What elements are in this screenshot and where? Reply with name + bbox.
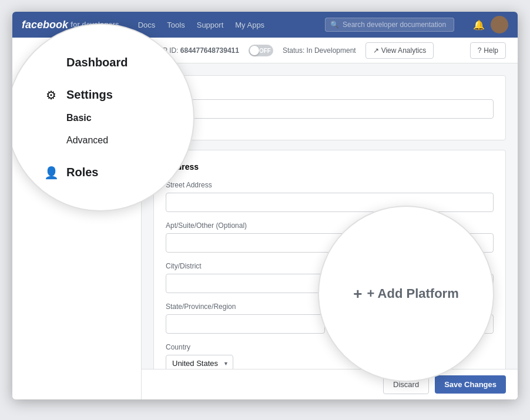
- facebook-logo-text: facebook: [22, 19, 68, 31]
- circle-menu-items: Dashboard ⚙ Settings Basic Advanced 👤 Ro…: [43, 46, 193, 189]
- address-section-title: Address: [166, 162, 494, 172]
- circle-overlay-right[interactable]: + + Add Platform: [318, 206, 494, 382]
- circle-roles-label: Roles: [66, 166, 98, 179]
- footer-bar: Discard Save Changes: [142, 369, 518, 399]
- circle-dashboard-label: Dashboard: [66, 56, 128, 69]
- circle-sub-advanced[interactable]: Advanced: [43, 129, 193, 152]
- toggle-switch[interactable]: OFF: [249, 45, 273, 56]
- circle-overlay-left: Dashboard ⚙ Settings Basic Advanced 👤 Ro…: [12, 23, 194, 211]
- circle-add-platform-button[interactable]: + + Add Platform: [353, 285, 458, 303]
- state-group: State/Province/Region: [166, 303, 325, 334]
- circle-sub-basic[interactable]: Basic: [43, 107, 193, 129]
- bell-icon[interactable]: 🔔: [473, 19, 485, 31]
- search-box[interactable]: 🔍: [325, 18, 454, 32]
- docs-link[interactable]: Docs: [138, 21, 156, 29]
- email-label: Email: [166, 88, 494, 96]
- app-id-value: 684477648739411: [180, 46, 239, 55]
- form-section-contact: Email: [153, 75, 506, 140]
- topnav-links: Docs Tools Support My Apps: [138, 21, 264, 29]
- street-label: Street Address: [166, 181, 494, 189]
- search-icon: 🔍: [330, 21, 339, 29]
- street-group: Street Address: [166, 181, 494, 212]
- user-avatar[interactable]: [491, 16, 508, 33]
- screenshot-frame: facebook for developers Docs Tools Suppo…: [12, 12, 518, 399]
- state-label: State/Province/Region: [166, 303, 325, 311]
- circle-sub-items: Basic Advanced: [43, 107, 193, 152]
- topnav-icons: 🔔: [473, 16, 508, 33]
- email-group: Email: [166, 88, 494, 119]
- toggle-bg[interactable]: OFF: [249, 45, 273, 56]
- state-input[interactable]: [166, 314, 325, 334]
- view-analytics-button[interactable]: ↗ View Analytics: [365, 42, 434, 59]
- street-input[interactable]: [166, 193, 494, 212]
- tools-link[interactable]: Tools: [167, 21, 185, 29]
- analytics-icon: ↗: [373, 46, 379, 55]
- help-icon: ?: [478, 46, 482, 55]
- email-input[interactable]: [166, 99, 494, 119]
- gear-circle-icon: ⚙: [43, 88, 59, 102]
- circle-settings-label: Settings: [66, 88, 113, 102]
- toggle-label: OFF: [259, 47, 271, 53]
- roles-circle-icon: 👤: [43, 166, 59, 180]
- toggle-knob: [250, 46, 259, 55]
- search-input[interactable]: [343, 21, 449, 29]
- circle-add-platform-label: + Add Platform: [367, 286, 458, 301]
- status-text: Status: In Development: [283, 46, 356, 55]
- help-button[interactable]: ? Help: [470, 42, 506, 59]
- support-link[interactable]: Support: [197, 21, 224, 29]
- app-bar: APP ID: 684477648739411 OFF Status: In D…: [142, 38, 518, 63]
- save-changes-button[interactable]: Save Changes: [435, 375, 506, 394]
- circle-plus-icon: +: [353, 285, 362, 303]
- myapps-link[interactable]: My Apps: [235, 21, 264, 29]
